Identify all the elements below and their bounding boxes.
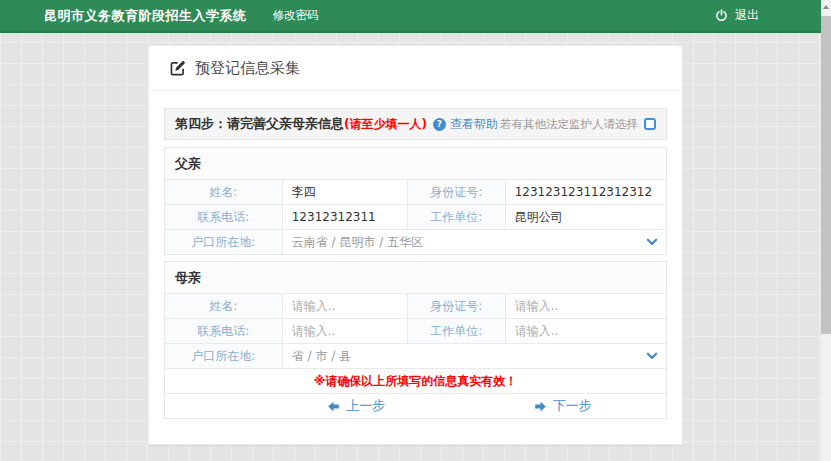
father-name-label: 姓名: xyxy=(165,180,283,204)
mother-id-cell xyxy=(506,294,666,318)
top-bar: 昆明市义务教育阶段招生入学系统 修改密码 退出 xyxy=(0,0,821,33)
mother-work-cell xyxy=(506,319,666,343)
father-work-cell xyxy=(506,205,666,229)
other-guardian-label: 若有其他法定监护人请选择 xyxy=(500,117,638,132)
change-password-link[interactable]: 修改密码 xyxy=(273,8,319,23)
warning-message: ※请确保以上所填写的信息真实有效！ xyxy=(165,368,666,393)
table-row: 联系电话: 工作单位: xyxy=(165,204,666,229)
mother-name-input[interactable] xyxy=(292,299,398,313)
pencil-square-icon xyxy=(169,60,186,77)
mother-residence-select[interactable]: 省 / 市 / 县 xyxy=(283,344,666,368)
table-row: 户口所在地: 省 / 市 / 县 xyxy=(165,343,666,368)
chevron-down-icon[interactable] xyxy=(646,350,658,365)
scroll-up-icon[interactable] xyxy=(821,0,831,14)
logout-label: 退出 xyxy=(735,7,759,24)
father-work-label: 工作单位: xyxy=(408,205,506,229)
father-phone-label: 联系电话: xyxy=(165,205,283,229)
mother-phone-input[interactable] xyxy=(292,324,398,338)
father-phone-cell xyxy=(283,205,408,229)
page-title-bar: 预登记信息采集 xyxy=(149,46,682,91)
step-title: 第四步：请完善父亲母亲信息 xyxy=(175,115,344,133)
father-residence-select[interactable]: 云南省 / 昆明市 / 五华区 xyxy=(283,230,666,254)
power-icon xyxy=(715,9,728,22)
scrollbar-thumb[interactable] xyxy=(821,16,831,334)
logout-button[interactable]: 退出 xyxy=(715,7,759,24)
arrow-right-icon xyxy=(534,400,547,413)
father-name-cell xyxy=(283,180,408,204)
other-guardian-checkbox[interactable] xyxy=(644,118,656,130)
next-step-button[interactable]: 下一步 xyxy=(534,397,592,415)
father-id-cell xyxy=(506,180,666,204)
father-id-input[interactable] xyxy=(515,185,657,199)
mother-section: 母亲 姓名: 身份证号: 联系电话: 工作单位: xyxy=(164,261,667,419)
table-row: 姓名: 身份证号: xyxy=(165,179,666,204)
mother-residence-placeholder: 省 / 市 / 县 xyxy=(292,348,351,365)
father-name-input[interactable] xyxy=(292,185,398,199)
mother-section-title: 母亲 xyxy=(165,262,666,293)
prev-step-label: 上一步 xyxy=(346,397,385,415)
step-header: 第四步：请完善父亲母亲信息 (请至少填一人) ? 查看帮助 若有其他法定监护人请… xyxy=(164,108,667,140)
mother-residence-label: 户口所在地: xyxy=(165,344,283,368)
page-title: 预登记信息采集 xyxy=(195,59,300,78)
mother-name-label: 姓名: xyxy=(165,294,283,318)
mother-work-label: 工作单位: xyxy=(408,319,506,343)
prev-step-button[interactable]: 上一步 xyxy=(327,397,385,415)
father-residence-label: 户口所在地: xyxy=(165,230,283,254)
father-id-label: 身份证号: xyxy=(408,180,506,204)
view-help-label: 查看帮助 xyxy=(450,116,498,133)
mother-phone-cell xyxy=(283,319,408,343)
mother-id-label: 身份证号: xyxy=(408,294,506,318)
chevron-down-icon[interactable] xyxy=(646,236,658,251)
app-title: 昆明市义务教育阶段招生入学系统 xyxy=(44,7,247,25)
table-row: 户口所在地: 云南省 / 昆明市 / 五华区 xyxy=(165,229,666,254)
step-note: (请至少填一人) xyxy=(344,116,427,133)
question-circle-icon: ? xyxy=(433,118,446,131)
father-work-input[interactable] xyxy=(515,210,657,224)
table-row: 姓名: 身份证号: xyxy=(165,293,666,318)
father-residence-value: 云南省 / 昆明市 / 五华区 xyxy=(292,234,423,251)
mother-phone-label: 联系电话: xyxy=(165,319,283,343)
view-help-link[interactable]: ? 查看帮助 xyxy=(433,116,498,133)
nav-row: 上一步 下一步 xyxy=(165,393,666,418)
scrollbar-track[interactable] xyxy=(821,0,831,461)
father-section: 父亲 姓名: 身份证号: 联系电话: 工作单位: xyxy=(164,147,667,255)
main-panel: 预登记信息采集 第四步：请完善父亲母亲信息 (请至少填一人) ? 查看帮助 若有… xyxy=(148,45,683,445)
mother-name-cell xyxy=(283,294,408,318)
father-section-title: 父亲 xyxy=(165,148,666,179)
father-phone-input[interactable] xyxy=(292,210,398,224)
table-row: 联系电话: 工作单位: xyxy=(165,318,666,343)
mother-work-input[interactable] xyxy=(515,324,657,338)
mother-id-input[interactable] xyxy=(515,299,657,313)
next-step-label: 下一步 xyxy=(553,397,592,415)
arrow-left-icon xyxy=(327,400,340,413)
